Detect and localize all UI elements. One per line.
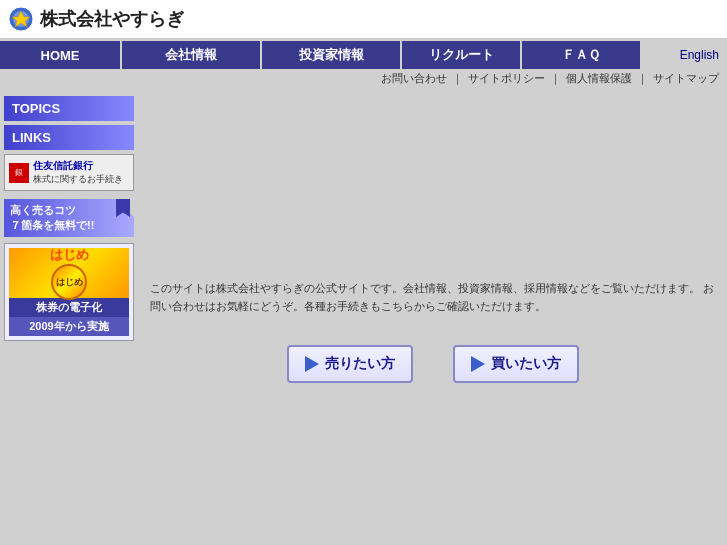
bank-logo-icon: 銀 [9,163,29,183]
nav-investor[interactable]: 投資家情報 [260,41,400,69]
main: TOPICS LINKS 銀 住友信託銀行 株式に関するお手続き 高く売るコツ … [0,88,727,395]
banner2-image: はじめ はじめ [9,248,129,298]
banner2-date: 2009年から実施 [9,317,129,336]
buy-arrow-icon [471,356,485,372]
sell-label: 売りたい方 [325,355,395,373]
header: 株式会社やすらぎ [0,0,727,39]
subnav-privacy[interactable]: 個人情報保護 [566,72,632,84]
action-buttons: 売りたい方 買いたい方 [150,345,715,383]
nav-faq[interactable]: ＦＡＱ [520,41,640,69]
subnav-sep3: ｜ [637,72,648,84]
sell-arrow-icon [305,356,319,372]
topics-button[interactable]: TOPICS [4,96,134,121]
banner2-circle-icon: はじめ [51,264,87,300]
bank-info: 住友信託銀行 株式に関するお手続き [33,159,123,186]
buy-label: 買いたい方 [491,355,561,373]
nav-company[interactable]: 会社情報 [120,41,260,69]
body-text: このサイトは株式会社やすらぎの公式サイトです。会社情報、投資家情報、採用情報など… [150,280,715,315]
sell-button[interactable]: 売りたい方 [287,345,413,383]
banner1-line2: ７箇条を無料で!! [10,218,94,233]
subnav: お問い合わせ ｜ サイトポリシー ｜ 個人情報保護 ｜ サイトマップ [0,69,727,88]
nav-english[interactable]: English [640,41,727,69]
bank-name: 住友信託銀行 [33,159,123,173]
subnav-sep1: ｜ [452,72,463,84]
bank-sub: 株式に関するお手続き [33,173,123,186]
sidebar: TOPICS LINKS 銀 住友信託銀行 株式に関するお手続き 高く売るコツ … [0,92,138,391]
banner2-title: はじめ [50,246,89,264]
buy-button[interactable]: 買いたい方 [453,345,579,383]
subnav-policy[interactable]: サイトポリシー [468,72,545,84]
banner2-subtitle: 株券の電子化 [9,298,129,317]
banner1-line1: 高く売るコツ [10,203,94,218]
content: このサイトは株式会社やすらぎの公式サイトです。会社情報、投資家情報、採用情報など… [138,92,727,391]
navbar: HOME 会社情報 投資家情報 リクルート ＦＡＱ English [0,39,727,69]
sell-tips-banner[interactable]: 高く売るコツ ７箇条を無料で!! [4,199,134,237]
banner1-text: 高く売るコツ ７箇条を無料で!! [10,203,94,233]
nav-home[interactable]: HOME [0,41,120,69]
digitization-banner[interactable]: はじめ はじめ 株券の電子化 2009年から実施 [4,243,134,341]
links-button[interactable]: LINKS [4,125,134,150]
subnav-sitemap[interactable]: サイトマップ [653,72,719,84]
subnav-contact[interactable]: お問い合わせ [381,72,447,84]
bank-link[interactable]: 銀 住友信託銀行 株式に関するお手続き [4,154,134,191]
logo-icon [8,6,34,32]
nav-recruit[interactable]: リクルート [400,41,520,69]
logo-text: 株式会社やすらぎ [40,7,184,31]
banner2-content: はじめ はじめ [50,246,89,300]
banner2-circle-text: はじめ [56,276,83,289]
subnav-sep2: ｜ [550,72,561,84]
